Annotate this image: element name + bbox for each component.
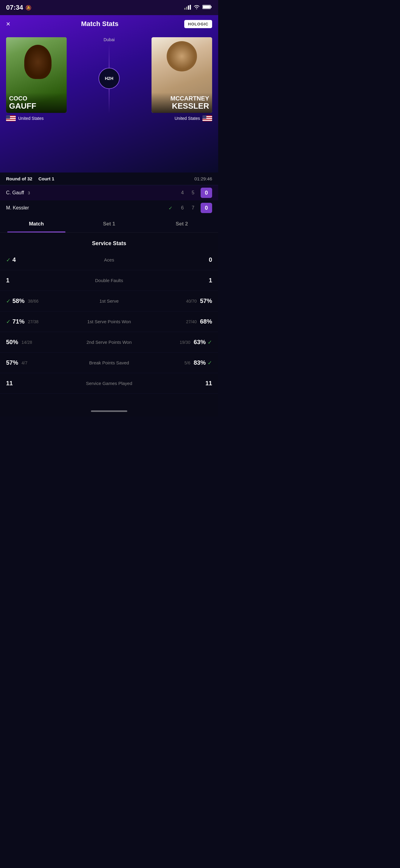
bps-left-pct: 57% [6, 359, 18, 366]
player-photo-kessler: MCCARTNEY KESSLER [151, 37, 212, 113]
match-info-bar: Round of 32 Court 1 01:29:46 [0, 173, 218, 185]
match-duration: 01:29:46 [195, 176, 212, 181]
stats-section: Service Stats ✓ 4 Aces 0 1 Double Faults… [0, 233, 218, 406]
sponsor-logo: HOLOGIC [184, 20, 212, 28]
2spw-right-fraction: 19/30 [180, 340, 190, 345]
1s-left-fraction: 38/66 [28, 299, 38, 304]
gauff-set1-score: 4 [179, 190, 185, 195]
close-button[interactable]: × [6, 20, 15, 28]
h2h-button[interactable]: H2H [98, 68, 120, 89]
gauff-score-name: C. Gauff 3 [6, 190, 179, 195]
2spw-right: 19/30 63% ✓ [151, 339, 212, 346]
1spw-right-pct: 68% [200, 318, 212, 325]
player-card-gauff[interactable]: COCO GAUFF United States [6, 37, 73, 121]
gauff-first-name: COCO [9, 95, 64, 102]
bps-right-check-icon: ✓ [207, 360, 212, 366]
1spw-left-check-icon: ✓ [6, 318, 10, 325]
status-time: 07:34 🔕 [6, 4, 31, 11]
home-indicator [91, 410, 127, 412]
kessler-flag [202, 115, 212, 121]
1s-left: ✓ 58% 38/66 [6, 298, 67, 305]
df-label: Double Faults [67, 278, 151, 283]
h2h-label: H2H [105, 76, 113, 81]
1s-left-pct: 58% [12, 298, 25, 305]
1s-right-pct: 57% [200, 298, 212, 305]
tabs-row: Match Set 1 Set 2 [0, 216, 218, 232]
svg-rect-0 [184, 8, 185, 10]
1s-right-fraction: 40/70 [186, 299, 197, 304]
sgp-right: 11 [151, 380, 212, 387]
aces-label: Aces [67, 257, 151, 262]
2spw-left: 50% 14/28 [6, 339, 67, 346]
match-round-info: Round of 32 Court 1 [6, 176, 54, 181]
header-top: × Match Stats HOLOGIC [6, 20, 212, 28]
status-bar: 07:34 🔕 [0, 0, 218, 15]
1s-label: 1st Serve [67, 299, 151, 304]
player-card-kessler[interactable]: MCCARTNEY KESSLER United States [145, 37, 212, 121]
svg-rect-3 [190, 5, 191, 10]
h2h-line-bottom [109, 89, 109, 113]
round-label: Round of 32 [6, 176, 32, 181]
kessler-set1-score: 6 [179, 205, 185, 211]
winner-checkmark-icon: ✓ [169, 205, 172, 211]
players-section: COCO GAUFF United States Dubai H2H [6, 34, 212, 127]
2spw-left-pct: 50% [6, 339, 18, 346]
wifi-icon [193, 4, 200, 10]
kessler-set2-score: 7 [190, 205, 196, 211]
sgp-left: 11 [6, 380, 67, 387]
page-title: Match Stats [81, 20, 118, 28]
kessler-score-name: M. Kessler [6, 205, 169, 211]
service-stats-title: Service Stats [0, 233, 218, 250]
2spw-right-pct: 63% [194, 339, 206, 346]
court-label: Court 1 [38, 176, 55, 181]
svg-rect-6 [203, 6, 210, 8]
gauff-name-overlay: COCO GAUFF [6, 93, 67, 113]
kessler-country: United States [175, 116, 200, 121]
kessler-first-name: MCCARTNEY [154, 95, 209, 102]
kessler-score-row: M. Kessler ✓ 6 7 0 [0, 200, 218, 216]
sgp-left-value: 11 [6, 380, 13, 387]
stat-row-sgp: 11 Service Games Played 11 [0, 373, 218, 394]
bps-label: Break Points Saved [67, 360, 151, 365]
svg-rect-1 [186, 7, 187, 10]
status-icons [184, 4, 212, 10]
stat-row-aces: ✓ 4 Aces 0 [0, 250, 218, 270]
tournament-location: Dubai [104, 37, 115, 42]
stat-row-bps: 57% 4/7 Break Points Saved 5/6 83% ✓ [0, 352, 218, 373]
1spw-label: 1st Serve Points Won [67, 319, 151, 324]
svg-rect-5 [210, 6, 211, 8]
aces-right: 0 [151, 256, 212, 263]
1s-left-check-icon: ✓ [6, 298, 10, 305]
aces-left-value: 4 [12, 256, 16, 263]
kessler-name-overlay: MCCARTNEY KESSLER [151, 93, 212, 113]
kessler-last-name: KESSLER [154, 102, 209, 111]
2spw-left-fraction: 14/28 [22, 340, 32, 345]
bps-right-pct: 83% [194, 359, 206, 366]
gauff-score-row: C. Gauff 3 4 5 0 [0, 185, 218, 200]
sgp-right-value: 11 [205, 380, 212, 387]
kessler-nationality: United States [145, 115, 212, 121]
tab-match[interactable]: Match [0, 216, 73, 232]
gauff-flag [6, 115, 16, 121]
stat-row-2spw: 50% 14/28 2nd Serve Points Won 19/30 63%… [0, 332, 218, 352]
gauff-country: United States [18, 116, 44, 121]
player-photo-gauff: COCO GAUFF [6, 37, 67, 113]
score-section: C. Gauff 3 4 5 0 M. Kessler ✓ 6 7 0 [0, 185, 218, 216]
gauff-serve-num: 3 [28, 191, 30, 195]
1spw-left: ✓ 71% 27/38 [6, 318, 67, 325]
gauff-score-numbers: 4 5 0 [179, 188, 212, 198]
bps-right-fraction: 5/6 [184, 361, 190, 365]
1s-right: 40/70 57% [151, 298, 212, 305]
kessler-current-score: 0 [201, 203, 212, 213]
h2h-line-top [109, 43, 109, 68]
1spw-left-pct: 71% [12, 318, 25, 325]
df-left: 1 [6, 277, 67, 284]
gauff-last-name: GAUFF [9, 102, 64, 111]
2spw-right-check-icon: ✓ [207, 339, 212, 346]
kessler-score-numbers: ✓ 6 7 0 [169, 203, 212, 213]
stat-row-1spw: ✓ 71% 27/38 1st Serve Points Won 27/40 6… [0, 311, 218, 332]
tab-set1[interactable]: Set 1 [73, 216, 145, 232]
stat-row-double-faults: 1 Double Faults 1 [0, 270, 218, 291]
tab-set2[interactable]: Set 2 [145, 216, 218, 232]
2spw-label: 2nd Serve Points Won [67, 340, 151, 345]
